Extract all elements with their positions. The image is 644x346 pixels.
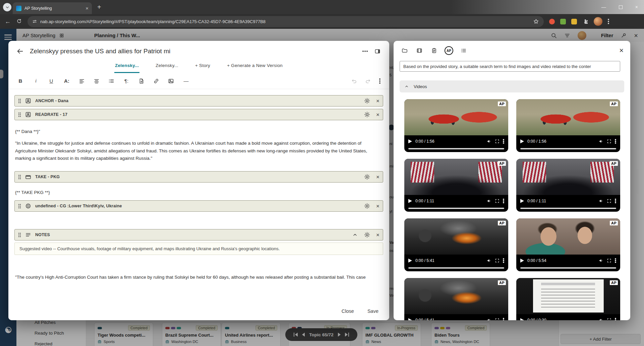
window-minimize-button[interactable]: —	[601, 4, 606, 10]
play-icon[interactable]	[408, 259, 412, 263]
fullscreen-icon[interactable]	[607, 318, 611, 320]
video-thumbnail[interactable]: AP	[516, 99, 620, 135]
browser-menu-icon[interactable]	[608, 21, 609, 22]
video-progress-bar[interactable]	[520, 148, 616, 149]
volume-icon[interactable]	[599, 139, 603, 144]
redo-icon[interactable]	[365, 78, 371, 84]
bold-icon[interactable]: B	[17, 77, 24, 85]
volume-icon[interactable]	[487, 318, 491, 320]
drag-handle-icon[interactable]	[18, 175, 21, 180]
tab-search-button[interactable]	[3, 3, 11, 11]
video-result[interactable]: AP 0:00 / 1:56	[404, 99, 508, 152]
align-left-icon[interactable]	[79, 78, 85, 84]
volume-icon[interactable]	[599, 318, 603, 320]
refresh-icon[interactable]	[16, 18, 22, 24]
fullscreen-icon[interactable]	[607, 199, 611, 203]
gear-icon[interactable]	[364, 112, 370, 118]
video-result[interactable]: AP 0:00 / 0:30	[516, 278, 620, 320]
video-options-icon[interactable]	[503, 141, 504, 142]
bookmark-star-icon[interactable]	[533, 18, 539, 24]
new-tab-button[interactable]: +	[97, 3, 101, 11]
video-options-icon[interactable]	[503, 260, 504, 261]
video-result[interactable]: AP 0:00 / 1:56	[516, 99, 620, 152]
video-thumbnail[interactable]: AP	[404, 278, 508, 314]
horizontal-rule-icon[interactable]: —	[183, 77, 189, 85]
volume-icon[interactable]	[599, 199, 603, 203]
window-close-button[interactable]: ×	[635, 4, 638, 10]
close-button[interactable]: Close	[342, 308, 354, 314]
insert-template-icon[interactable]	[138, 78, 144, 84]
media-search-input[interactable]	[400, 61, 620, 72]
video-progress-bar[interactable]	[520, 267, 616, 269]
video-options-icon[interactable]	[615, 141, 616, 142]
volume-icon[interactable]	[487, 199, 491, 203]
tab-generate-new-version[interactable]: + Generate a New Version	[226, 59, 283, 73]
toolbar-more-icon[interactable]	[379, 80, 380, 82]
close-icon[interactable]: ×	[619, 47, 624, 54]
volume-icon[interactable]	[487, 139, 491, 144]
tab-close-icon[interactable]: ×	[85, 6, 89, 11]
back-arrow-icon[interactable]	[16, 48, 24, 55]
extension-icon[interactable]	[560, 19, 566, 24]
list-view-icon[interactable]	[459, 46, 468, 55]
italic-icon[interactable]: i	[33, 77, 39, 85]
volume-icon[interactable]	[487, 258, 491, 263]
video-result[interactable]: AP 0:00 / 1:11	[516, 159, 620, 212]
fullscreen-icon[interactable]	[607, 139, 611, 144]
page-scrollbar[interactable]	[636, 169, 639, 194]
play-icon[interactable]	[408, 318, 412, 320]
remove-block-icon[interactable]: ×	[376, 203, 379, 209]
clipboard-icon[interactable]	[430, 46, 438, 55]
play-icon[interactable]	[408, 139, 412, 143]
gear-icon[interactable]	[364, 174, 370, 180]
tab-version-2[interactable]: Zelensky...	[155, 59, 179, 73]
notes-content[interactable]: Suggested video -- Courthouse visuals, f…	[14, 243, 383, 255]
video-thumbnail[interactable]: AP	[404, 99, 508, 135]
ordered-list-icon[interactable]	[108, 78, 114, 84]
tab-add-story[interactable]: + Story	[194, 59, 211, 73]
video-options-icon[interactable]	[503, 320, 504, 320]
drag-handle-icon[interactable]	[18, 98, 21, 103]
fullscreen-icon[interactable]	[495, 199, 500, 203]
script-paragraph[interactable]: "The country's High Anti-Corruption Cour…	[15, 274, 381, 281]
folder-icon[interactable]	[400, 46, 409, 55]
video-thumbnail[interactable]: AP	[404, 159, 508, 195]
browser-tab[interactable]: AP Storytelling ×	[13, 2, 92, 14]
drag-handle-icon[interactable]	[18, 204, 21, 209]
underline-icon[interactable]: U	[48, 77, 55, 85]
video-progress-bar[interactable]	[408, 208, 504, 209]
remove-block-icon[interactable]: ×	[376, 98, 379, 104]
text-color-icon[interactable]: A:	[63, 77, 70, 85]
tab-version-1[interactable]: Zelensky...	[114, 59, 139, 73]
fullscreen-icon[interactable]	[495, 258, 500, 263]
video-result[interactable]: AP 0:00 / 5:54	[516, 218, 620, 271]
video-options-icon[interactable]	[503, 200, 504, 202]
video-progress-bar[interactable]	[520, 208, 616, 209]
video-options-icon[interactable]	[615, 320, 616, 320]
readrate-block[interactable]: READRATE - 17 ×	[14, 109, 383, 120]
volume-icon[interactable]	[599, 258, 603, 263]
site-settings-icon[interactable]	[32, 19, 37, 24]
videos-section-header[interactable]: Videos	[400, 80, 624, 92]
extension-icon[interactable]	[571, 19, 577, 24]
anchor-block[interactable]: ANCHOR - Dana ×	[14, 95, 383, 107]
video-options-icon[interactable]	[615, 260, 616, 261]
image-icon[interactable]	[168, 78, 174, 84]
save-button[interactable]: Save	[367, 308, 378, 314]
video-result[interactable]: AP 0:00 / 5:41	[404, 278, 508, 320]
remove-block-icon[interactable]: ×	[376, 174, 379, 180]
fullscreen-icon[interactable]	[495, 139, 500, 144]
video-result[interactable]: AP 0:00 / 5:41	[404, 218, 508, 271]
script-paragraph[interactable]: "In Ukraine, the struggle for justice an…	[15, 140, 381, 162]
drag-handle-icon[interactable]	[18, 232, 21, 237]
notes-block[interactable]: NOTES ×	[14, 229, 383, 240]
align-center-icon[interactable]	[94, 78, 100, 84]
ap-source-icon[interactable]: AP	[445, 46, 453, 55]
back-icon[interactable]: ←	[5, 18, 11, 25]
fullscreen-icon[interactable]	[607, 258, 611, 263]
take-block[interactable]: TAKE - PKG ×	[14, 171, 383, 183]
video-progress-bar[interactable]	[408, 267, 504, 269]
link-icon[interactable]	[153, 78, 159, 84]
remove-block-icon[interactable]: ×	[376, 112, 379, 118]
video-thumbnail[interactable]: AP	[516, 218, 620, 255]
